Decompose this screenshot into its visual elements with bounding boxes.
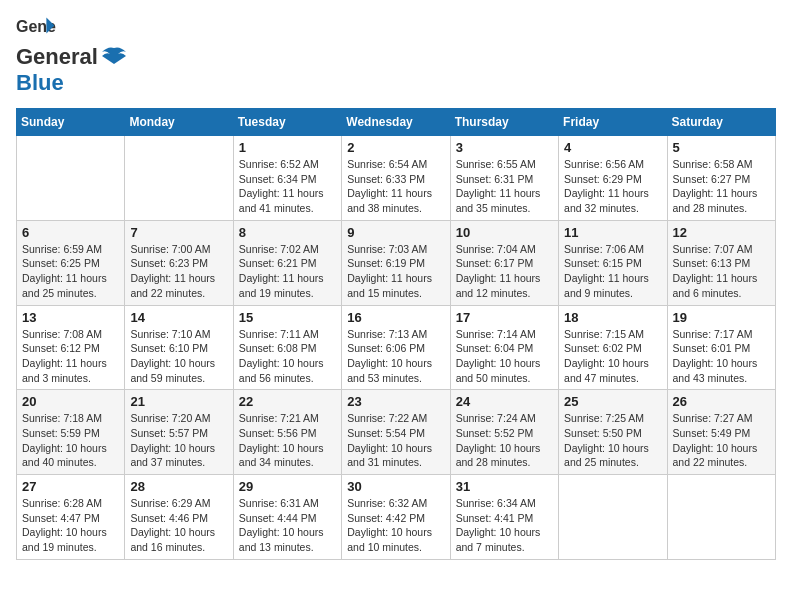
calendar-cell: 5Sunrise: 6:58 AMSunset: 6:27 PMDaylight… xyxy=(667,136,775,221)
day-info: Sunrise: 7:22 AMSunset: 5:54 PMDaylight:… xyxy=(347,411,444,470)
day-info: Sunrise: 7:00 AMSunset: 6:23 PMDaylight:… xyxy=(130,242,227,301)
week-row-1: 1Sunrise: 6:52 AMSunset: 6:34 PMDaylight… xyxy=(17,136,776,221)
day-info: Sunrise: 7:03 AMSunset: 6:19 PMDaylight:… xyxy=(347,242,444,301)
calendar-cell: 11Sunrise: 7:06 AMSunset: 6:15 PMDayligh… xyxy=(559,220,667,305)
calendar-cell: 30Sunrise: 6:32 AMSunset: 4:42 PMDayligh… xyxy=(342,475,450,560)
weekday-header-thursday: Thursday xyxy=(450,109,558,136)
day-number: 14 xyxy=(130,310,227,325)
day-info: Sunrise: 6:58 AMSunset: 6:27 PMDaylight:… xyxy=(673,157,770,216)
calendar-cell: 20Sunrise: 7:18 AMSunset: 5:59 PMDayligh… xyxy=(17,390,125,475)
logo-icon: General xyxy=(16,16,56,44)
day-info: Sunrise: 7:07 AMSunset: 6:13 PMDaylight:… xyxy=(673,242,770,301)
day-number: 26 xyxy=(673,394,770,409)
day-info: Sunrise: 6:32 AMSunset: 4:42 PMDaylight:… xyxy=(347,496,444,555)
calendar-cell: 19Sunrise: 7:17 AMSunset: 6:01 PMDayligh… xyxy=(667,305,775,390)
calendar-cell: 12Sunrise: 7:07 AMSunset: 6:13 PMDayligh… xyxy=(667,220,775,305)
calendar-cell: 3Sunrise: 6:55 AMSunset: 6:31 PMDaylight… xyxy=(450,136,558,221)
day-info: Sunrise: 7:02 AMSunset: 6:21 PMDaylight:… xyxy=(239,242,336,301)
calendar-table: SundayMondayTuesdayWednesdayThursdayFrid… xyxy=(16,108,776,560)
day-info: Sunrise: 7:04 AMSunset: 6:17 PMDaylight:… xyxy=(456,242,553,301)
weekday-header-tuesday: Tuesday xyxy=(233,109,341,136)
calendar-cell xyxy=(125,136,233,221)
day-info: Sunrise: 7:15 AMSunset: 6:02 PMDaylight:… xyxy=(564,327,661,386)
day-info: Sunrise: 7:13 AMSunset: 6:06 PMDaylight:… xyxy=(347,327,444,386)
day-number: 2 xyxy=(347,140,444,155)
calendar-cell: 4Sunrise: 6:56 AMSunset: 6:29 PMDaylight… xyxy=(559,136,667,221)
calendar-cell: 29Sunrise: 6:31 AMSunset: 4:44 PMDayligh… xyxy=(233,475,341,560)
calendar-cell: 31Sunrise: 6:34 AMSunset: 4:41 PMDayligh… xyxy=(450,475,558,560)
calendar-cell: 1Sunrise: 6:52 AMSunset: 6:34 PMDaylight… xyxy=(233,136,341,221)
calendar-cell: 9Sunrise: 7:03 AMSunset: 6:19 PMDaylight… xyxy=(342,220,450,305)
day-number: 13 xyxy=(22,310,119,325)
calendar-cell xyxy=(667,475,775,560)
day-number: 15 xyxy=(239,310,336,325)
day-number: 25 xyxy=(564,394,661,409)
calendar-cell: 25Sunrise: 7:25 AMSunset: 5:50 PMDayligh… xyxy=(559,390,667,475)
logo-bird-icon xyxy=(100,46,128,68)
calendar-cell: 24Sunrise: 7:24 AMSunset: 5:52 PMDayligh… xyxy=(450,390,558,475)
day-info: Sunrise: 6:59 AMSunset: 6:25 PMDaylight:… xyxy=(22,242,119,301)
day-info: Sunrise: 7:27 AMSunset: 5:49 PMDaylight:… xyxy=(673,411,770,470)
week-row-3: 13Sunrise: 7:08 AMSunset: 6:12 PMDayligh… xyxy=(17,305,776,390)
logo: General General Blue xyxy=(16,16,130,96)
day-info: Sunrise: 7:20 AMSunset: 5:57 PMDaylight:… xyxy=(130,411,227,470)
day-info: Sunrise: 7:25 AMSunset: 5:50 PMDaylight:… xyxy=(564,411,661,470)
weekday-header-friday: Friday xyxy=(559,109,667,136)
day-number: 11 xyxy=(564,225,661,240)
calendar-cell: 26Sunrise: 7:27 AMSunset: 5:49 PMDayligh… xyxy=(667,390,775,475)
day-number: 16 xyxy=(347,310,444,325)
calendar-cell: 18Sunrise: 7:15 AMSunset: 6:02 PMDayligh… xyxy=(559,305,667,390)
day-number: 18 xyxy=(564,310,661,325)
day-info: Sunrise: 7:18 AMSunset: 5:59 PMDaylight:… xyxy=(22,411,119,470)
day-info: Sunrise: 6:31 AMSunset: 4:44 PMDaylight:… xyxy=(239,496,336,555)
day-info: Sunrise: 7:24 AMSunset: 5:52 PMDaylight:… xyxy=(456,411,553,470)
weekday-header-wednesday: Wednesday xyxy=(342,109,450,136)
day-info: Sunrise: 6:34 AMSunset: 4:41 PMDaylight:… xyxy=(456,496,553,555)
day-number: 21 xyxy=(130,394,227,409)
week-row-5: 27Sunrise: 6:28 AMSunset: 4:47 PMDayligh… xyxy=(17,475,776,560)
day-number: 1 xyxy=(239,140,336,155)
calendar-cell: 10Sunrise: 7:04 AMSunset: 6:17 PMDayligh… xyxy=(450,220,558,305)
calendar-cell: 21Sunrise: 7:20 AMSunset: 5:57 PMDayligh… xyxy=(125,390,233,475)
calendar-cell: 16Sunrise: 7:13 AMSunset: 6:06 PMDayligh… xyxy=(342,305,450,390)
day-number: 20 xyxy=(22,394,119,409)
day-number: 9 xyxy=(347,225,444,240)
calendar-cell: 2Sunrise: 6:54 AMSunset: 6:33 PMDaylight… xyxy=(342,136,450,221)
calendar-cell: 28Sunrise: 6:29 AMSunset: 4:46 PMDayligh… xyxy=(125,475,233,560)
day-number: 12 xyxy=(673,225,770,240)
calendar-cell xyxy=(559,475,667,560)
day-number: 5 xyxy=(673,140,770,155)
day-number: 3 xyxy=(456,140,553,155)
calendar-cell: 8Sunrise: 7:02 AMSunset: 6:21 PMDaylight… xyxy=(233,220,341,305)
calendar-cell: 15Sunrise: 7:11 AMSunset: 6:08 PMDayligh… xyxy=(233,305,341,390)
calendar-cell: 6Sunrise: 6:59 AMSunset: 6:25 PMDaylight… xyxy=(17,220,125,305)
day-info: Sunrise: 6:28 AMSunset: 4:47 PMDaylight:… xyxy=(22,496,119,555)
day-info: Sunrise: 7:21 AMSunset: 5:56 PMDaylight:… xyxy=(239,411,336,470)
week-row-4: 20Sunrise: 7:18 AMSunset: 5:59 PMDayligh… xyxy=(17,390,776,475)
weekday-header-sunday: Sunday xyxy=(17,109,125,136)
day-number: 27 xyxy=(22,479,119,494)
calendar-cell: 27Sunrise: 6:28 AMSunset: 4:47 PMDayligh… xyxy=(17,475,125,560)
day-number: 4 xyxy=(564,140,661,155)
calendar-cell: 14Sunrise: 7:10 AMSunset: 6:10 PMDayligh… xyxy=(125,305,233,390)
calendar-cell: 7Sunrise: 7:00 AMSunset: 6:23 PMDaylight… xyxy=(125,220,233,305)
page-header: General General Blue xyxy=(16,16,776,96)
day-number: 23 xyxy=(347,394,444,409)
day-info: Sunrise: 6:54 AMSunset: 6:33 PMDaylight:… xyxy=(347,157,444,216)
day-number: 22 xyxy=(239,394,336,409)
weekday-header-row: SundayMondayTuesdayWednesdayThursdayFrid… xyxy=(17,109,776,136)
logo-general-text: General xyxy=(16,44,98,70)
weekday-header-monday: Monday xyxy=(125,109,233,136)
day-info: Sunrise: 6:56 AMSunset: 6:29 PMDaylight:… xyxy=(564,157,661,216)
day-info: Sunrise: 6:29 AMSunset: 4:46 PMDaylight:… xyxy=(130,496,227,555)
calendar-cell xyxy=(17,136,125,221)
calendar-cell: 23Sunrise: 7:22 AMSunset: 5:54 PMDayligh… xyxy=(342,390,450,475)
day-info: Sunrise: 7:08 AMSunset: 6:12 PMDaylight:… xyxy=(22,327,119,386)
calendar-cell: 13Sunrise: 7:08 AMSunset: 6:12 PMDayligh… xyxy=(17,305,125,390)
day-info: Sunrise: 6:55 AMSunset: 6:31 PMDaylight:… xyxy=(456,157,553,216)
day-number: 31 xyxy=(456,479,553,494)
day-number: 7 xyxy=(130,225,227,240)
day-number: 6 xyxy=(22,225,119,240)
day-info: Sunrise: 7:06 AMSunset: 6:15 PMDaylight:… xyxy=(564,242,661,301)
day-info: Sunrise: 7:11 AMSunset: 6:08 PMDaylight:… xyxy=(239,327,336,386)
